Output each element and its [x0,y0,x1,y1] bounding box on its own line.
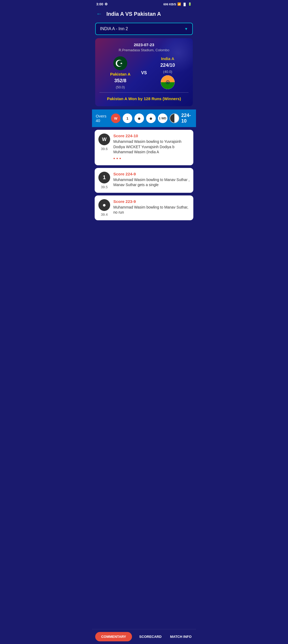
settings-icon: ⚙ [105,2,108,6]
commentary-card-3: ● 39.4 Score 223-9 Muhammad Wasim bowlin… [95,195,193,220]
ball-half [170,113,179,123]
team1-name: Pakistan A [110,72,130,76]
team2-name: India A [161,56,174,61]
back-button[interactable]: ← [96,10,102,17]
team1-score: 352/8 [114,78,126,84]
commentary-content-3: Score 223-9 Muhammad Wasim bowling to Ma… [113,199,190,215]
ball-circle-1: W [98,133,110,145]
team-india: India A 224/10 (40.0) [147,56,189,89]
chevron-down-icon: ▼ [184,27,188,31]
commentary-text-2: Muhammad Wasim bowling to Manav Suthar ,… [113,177,190,188]
ball-circle-2: 1 [98,172,110,183]
signal-icon: ▐▌ [182,3,187,6]
team2-score: 224/10 [160,62,175,68]
battery-icon: 🔋 [188,2,192,6]
match-result: Pakistan A Won by 128 Runs (Winners) [99,95,189,102]
commentary-content-1: Score 224-10 Muhammad Wasim bowling to Y… [113,133,190,162]
network-speed: 606 KB/S [163,3,176,6]
match-date: 2023-07-23 [99,42,189,47]
over-ball-3: 39.4 [101,213,107,217]
overs-bar: Overs 40 W 1 ● ● 1 WD 224-10 [92,109,196,127]
commentary-score-3: Score 223-9 [113,199,190,204]
ball-indicator-2: 1 39.5 [98,172,110,189]
divider [99,92,189,93]
overs-label: Overs 40 [96,114,108,123]
innings-dropdown-value: INDIA A - Inn 2 [100,26,128,31]
svg-point-6 [167,82,168,83]
over-ball-2: 39.5 [101,185,107,189]
vs-label: VS [141,70,147,75]
commentary-content-2: Score 224-9 Muhammad Wasim bowling to Ma… [113,172,190,188]
wifi-icon: 📶 [177,2,181,6]
pakistan-flag [113,56,127,70]
ball-wide: 1 WD [158,113,167,123]
match-venue: R.Premadasa Stadium, Colombo [99,48,189,52]
team1-overs: (50.0) [116,85,125,89]
team-pakistan: Pakistan A 352/8 (50.0) [99,56,141,89]
ball-indicator-3: ● 39.4 [98,199,110,217]
time: 3:00 [96,2,103,6]
india-flag [161,75,175,89]
more-dots-1[interactable]: • • • [113,156,190,162]
status-bar: 3:00 ⚙ 606 KB/S 📶 ▐▌ 🔋 [92,0,196,7]
page-title: India A VS Pakistan A [106,11,161,17]
ball-dot2: ● [146,113,156,123]
commentary-card-2: 1 39.5 Score 224-9 Muhammad Wasim bowlin… [95,168,193,193]
innings-dropdown-container: INDIA A - Inn 2 ▼ [95,23,193,35]
commentary-list: W 39.6 Score 224-10 Muhammad Wasim bowli… [92,130,196,220]
teams-row: Pakistan A 352/8 (50.0) VS India A 224/1… [99,56,189,89]
ball-circle-3: ● [98,199,110,211]
ball-1: 1 [123,113,132,123]
ball-indicator-1: W 39.6 [98,133,110,151]
innings-dropdown[interactable]: INDIA A - Inn 2 ▼ [95,23,193,35]
commentary-score-2: Score 224-9 [113,172,190,176]
ball-dot1: ● [134,113,144,123]
team2-overs: (40.0) [163,70,172,74]
match-card: 2023-07-23 R.Premadasa Stadium, Colombo … [95,38,193,106]
header: ← India A VS Pakistan A [92,7,196,21]
commentary-card-1: W 39.6 Score 224-10 Muhammad Wasim bowli… [95,130,193,165]
commentary-text-3: Muhammad Wasim bowling to Manav Suthar, … [113,205,190,215]
commentary-text-1: Muhammad Wasim bowling to Yuvrajsinh Dod… [113,139,190,155]
commentary-score-1: Score 224-10 [113,133,190,138]
ball-w: W [111,113,121,123]
current-score: 224-10 [181,113,192,124]
over-ball-1: 39.6 [101,147,107,151]
